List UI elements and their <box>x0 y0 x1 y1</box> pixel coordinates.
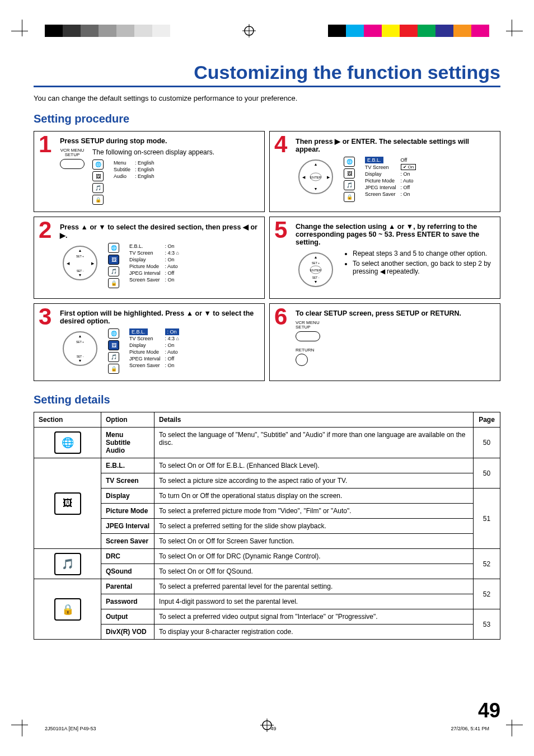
bullet-item: Repeat steps 3 and 5 to change other opt… <box>353 250 493 257</box>
osd-value: : On <box>163 362 181 369</box>
crop-mark-icon <box>500 714 523 736</box>
osd-label: Display <box>363 171 399 177</box>
parental-icon: 🔒 <box>344 192 355 202</box>
table-row: Output To select a preferred video outpu… <box>34 609 500 624</box>
th-page: Page <box>474 412 500 428</box>
osd-label: Picture Mode <box>127 263 163 270</box>
osd-label: Screen Saver <box>363 191 399 198</box>
heading-procedure: Setting procedure <box>34 112 500 125</box>
osd-label: TV Screen <box>127 335 163 342</box>
step-4: 4 Then press ▶ or ENTER. The selectable … <box>269 131 500 212</box>
audio-icon: 🎵 <box>344 180 355 190</box>
step-subtext: The following on-screen display appears. <box>92 148 257 156</box>
svg-text:ENTER: ENTER <box>310 176 322 179</box>
svg-text:▶: ▶ <box>327 175 330 179</box>
dpad-enter-icon: ENTER▲▼◀▶ <box>296 157 336 199</box>
table-row: Password Input 4-digit password to set t… <box>34 594 500 609</box>
crop-mark-icon <box>11 714 34 736</box>
page-cell: 51 <box>474 489 500 549</box>
option-cell: DivX(R) VOD <box>101 624 154 640</box>
language-icon: 🌐 <box>108 328 119 339</box>
osd-label: JPEG Interval <box>363 184 399 191</box>
osd-value: : Off <box>163 270 181 276</box>
osd-value: : On <box>399 171 419 177</box>
step-3: 3 First option will be highlighted. Pres… <box>34 303 265 381</box>
option-cell: Parental <box>101 579 154 594</box>
registration-mark-icon <box>260 719 274 732</box>
language-icon: 🌐 <box>344 157 355 167</box>
osd-highlight-value: : On <box>165 328 179 335</box>
svg-text:▲: ▲ <box>78 334 82 338</box>
print-marks-top <box>0 17 534 45</box>
parental-icon: 🔒 <box>92 195 104 205</box>
audio-icon: 🎵 <box>108 266 119 276</box>
details-cell: To select a preferred picture mode from … <box>154 504 474 519</box>
osd-label: Picture Mode <box>127 349 163 355</box>
details-cell: To turn On or Off the operational status… <box>154 489 474 504</box>
table-row: 🎵 DRC To select On or Off for DRC (Dynam… <box>34 549 500 564</box>
th-details: Details <box>154 412 474 428</box>
svg-text:ENTER: ENTER <box>310 269 322 272</box>
step-2: 2 Press ▲ or ▼ to select the desired sec… <box>34 217 265 299</box>
osd-value: : On <box>163 276 181 283</box>
osd-label: Picture Mode <box>363 177 399 184</box>
button-label: VCR MENU SETUP <box>296 321 493 330</box>
osd-display: E.B.L.: On TV Screen: 4:3 ⌂ Display: On … <box>127 243 181 283</box>
step-instruction: To clear SETUP screen, press SETUP or RE… <box>296 309 493 317</box>
return-button-icon <box>296 354 308 366</box>
osd-label: Subtitle <box>111 166 133 173</box>
osd-value: : On <box>399 191 419 198</box>
details-cell: To select On or Off for DRC (Dynamic Ran… <box>154 549 474 564</box>
option-cell: Menu Subtitle Audio <box>101 428 154 458</box>
step-number: 6 <box>274 305 287 328</box>
colorbar-left <box>45 25 170 37</box>
svg-text:▲: ▲ <box>78 248 82 252</box>
svg-text:▼: ▼ <box>78 359 82 363</box>
parental-icon: 🔒 <box>108 278 119 288</box>
svg-text:SET +: SET + <box>312 261 320 265</box>
osd-label: Display <box>127 256 163 263</box>
osd-label: Menu <box>111 159 133 166</box>
osd-display: E.B.L.: On TV Screen: 4:3 ⌂ Display: On … <box>127 328 181 369</box>
details-cell: To select a picture size according to th… <box>154 473 474 489</box>
step-instruction: First option will be highlighted. Press … <box>60 309 257 325</box>
option-cell: Screen Saver <box>101 534 154 549</box>
icon-stack: 🌐 🖼 🎵 🔒 <box>344 157 355 202</box>
svg-text:▼: ▼ <box>78 273 82 277</box>
svg-text:SET -: SET - <box>77 269 84 273</box>
table-row: QSound To select On or Off for QSound. <box>34 564 500 579</box>
dpad-icon: ▲▼◀▶SET +SET - <box>60 243 100 285</box>
details-cell: To select a preferred parental level for… <box>154 579 474 594</box>
dpad-icon: ▲▼SET +SET - <box>60 328 100 370</box>
th-option: Option <box>101 412 154 428</box>
crop-mark-icon <box>11 20 34 42</box>
step-6: 6 To clear SETUP screen, press SETUP or … <box>269 303 500 381</box>
osd-label: Screen Saver <box>127 276 163 283</box>
picture-icon: 🖼 <box>344 168 355 179</box>
osd-label: Display <box>127 342 163 349</box>
details-cell: To select On or Off for E.B.L. (Enhanced… <box>154 458 474 473</box>
option-cell: JPEG Interval <box>101 519 154 534</box>
details-cell: To select a preferred video output signa… <box>154 609 474 624</box>
picture-icon: 🖼 <box>92 171 104 181</box>
option-cell: Display <box>101 489 154 504</box>
svg-text:◀: ◀ <box>302 175 306 179</box>
details-cell: Input 4-digit password to set the parent… <box>154 594 474 609</box>
osd-value: : Auto <box>163 349 181 355</box>
setup-button-icon <box>60 159 85 169</box>
osd-value: : On <box>163 243 181 250</box>
audio-icon: 🎵 <box>92 183 104 193</box>
osd-value: : Auto <box>399 177 419 184</box>
option-cell: E.B.L. <box>101 458 154 473</box>
icon-stack: 🌐 🖼 🎵 🔒 <box>92 159 104 205</box>
svg-text:▼: ▼ <box>314 187 318 191</box>
svg-text:SET -: SET - <box>77 355 84 358</box>
step-number: 1 <box>39 133 51 156</box>
osd-label: JPEG Interval <box>127 270 163 276</box>
icon-stack: 🌐 🖼 🎵 🔒 <box>108 328 119 374</box>
option-cell: Picture Mode <box>101 504 154 519</box>
th-section: Section <box>34 412 101 428</box>
step-1: 1 Press SETUP during stop mode. VCR MENU… <box>34 131 265 212</box>
svg-text:▲: ▲ <box>314 255 318 259</box>
dpad-enter-icon: ENTER▲▼SET +SET - <box>296 250 336 292</box>
